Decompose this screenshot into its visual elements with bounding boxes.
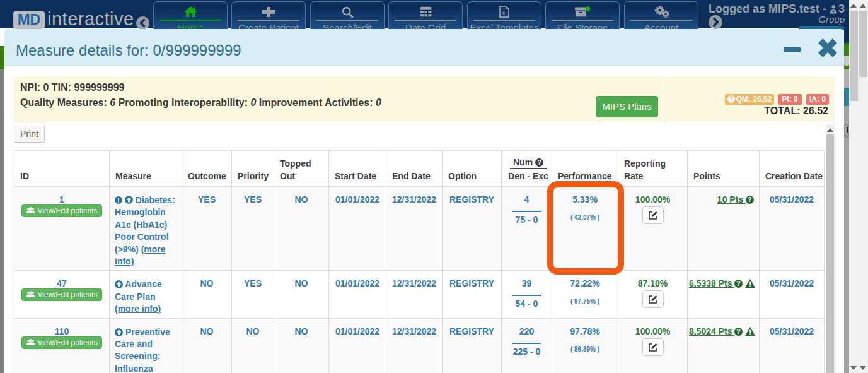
svg-text:?: ? xyxy=(748,196,751,203)
svg-text:?: ? xyxy=(537,159,541,166)
svg-text:?: ? xyxy=(737,328,741,335)
svg-text:?: ? xyxy=(729,95,733,102)
svg-text:x: x xyxy=(502,9,506,16)
svg-text:?: ? xyxy=(737,280,741,288)
